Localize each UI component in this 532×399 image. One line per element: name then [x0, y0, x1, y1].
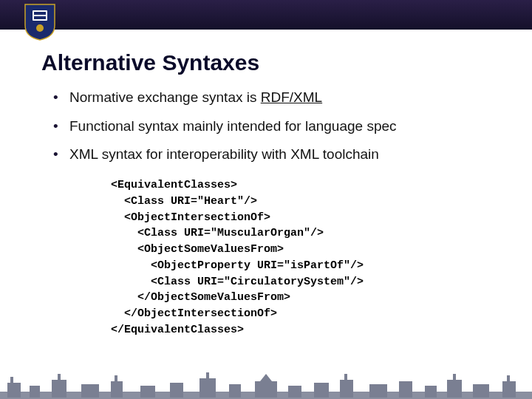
svg-rect-6 [10, 377, 13, 384]
header-bar [0, 0, 532, 30]
slide-title: Alternative Syntaxes [41, 50, 532, 75]
svg-rect-1 [34, 12, 46, 15]
svg-rect-12 [115, 375, 117, 383]
svg-rect-7 [30, 386, 40, 398]
bullet-item: Normative exchange syntax is RDF/XML [53, 89, 532, 107]
svg-rect-11 [111, 381, 123, 398]
footer-skyline [0, 369, 532, 399]
svg-rect-24 [369, 384, 387, 398]
bullet-text: Normative exchange syntax is [69, 89, 261, 105]
bullet-text: Functional syntax mainly intended for la… [69, 118, 397, 134]
svg-rect-10 [81, 384, 99, 398]
svg-rect-16 [206, 372, 209, 380]
svg-rect-15 [200, 378, 216, 398]
svg-rect-13 [140, 386, 155, 398]
svg-marker-19 [260, 374, 272, 381]
bullet-item: XML syntax for interoperability with XML… [53, 146, 532, 164]
svg-rect-14 [170, 383, 183, 398]
university-crest [24, 3, 56, 41]
svg-rect-2 [34, 16, 46, 19]
svg-rect-17 [229, 384, 241, 398]
svg-rect-27 [447, 380, 462, 398]
bullet-list: Normative exchange syntax is RDF/XML Fun… [53, 89, 532, 164]
svg-rect-8 [52, 380, 66, 398]
svg-rect-20 [288, 386, 301, 398]
svg-rect-29 [473, 384, 489, 398]
svg-rect-5 [7, 383, 21, 398]
svg-rect-23 [344, 374, 347, 381]
svg-rect-18 [255, 381, 277, 398]
svg-rect-22 [340, 380, 353, 398]
svg-rect-31 [507, 375, 510, 383]
svg-rect-30 [502, 381, 516, 398]
xml-code-block: <EquivalentClasses> <Class URI="Heart"/>… [111, 177, 532, 338]
svg-rect-26 [425, 386, 437, 398]
svg-rect-28 [453, 374, 456, 381]
svg-rect-9 [58, 374, 61, 381]
svg-rect-25 [399, 381, 412, 398]
bullet-text: XML syntax for interoperability with XML… [69, 146, 379, 162]
svg-point-3 [36, 24, 44, 32]
svg-rect-21 [314, 383, 329, 398]
bullet-item: Functional syntax mainly intended for la… [53, 117, 532, 136]
bullet-link-text: RDF/XML [261, 89, 322, 105]
